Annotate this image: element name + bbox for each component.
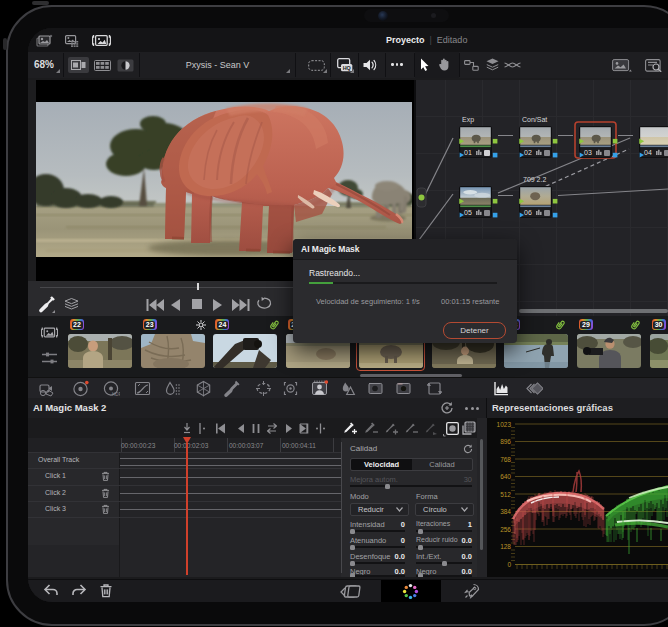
svg-text:HDR: HDR xyxy=(112,392,120,397)
svg-text:02: 02 xyxy=(524,149,532,156)
svg-text:01: 01 xyxy=(464,149,472,156)
svg-text:03: 03 xyxy=(584,149,592,156)
svg-text:05: 05 xyxy=(464,209,472,216)
svg-text:04: 04 xyxy=(644,149,652,156)
svg-text:06: 06 xyxy=(524,209,532,216)
